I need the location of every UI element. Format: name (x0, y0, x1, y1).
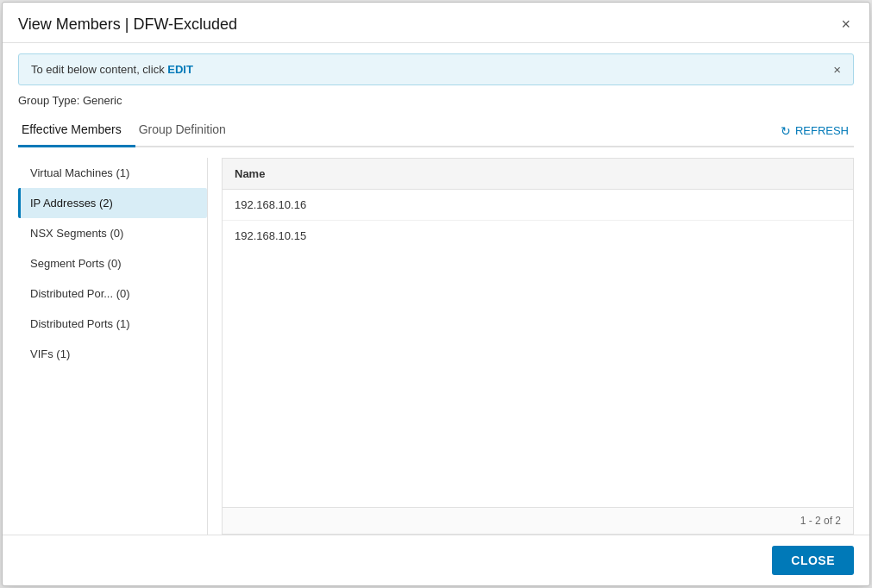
left-panel: Virtual Machines (1) IP Addresses (2) NS… (18, 158, 208, 535)
modal: View Members | DFW-Excluded × To edit be… (2, 2, 870, 586)
tab-effective-members[interactable]: Effective Members (18, 116, 135, 147)
modal-footer: CLOSE (3, 535, 869, 585)
left-item-virtual-machines[interactable]: Virtual Machines (1) (18, 158, 207, 188)
modal-header: View Members | DFW-Excluded × (3, 3, 869, 43)
right-panel: Name 192.168.10.16 192.168.10.15 (208, 158, 854, 535)
content-area: Virtual Machines (1) IP Addresses (2) NS… (18, 147, 854, 535)
group-type-label: Group Type: Generic (18, 94, 854, 107)
close-button[interactable]: CLOSE (772, 546, 854, 575)
left-item-segment-ports[interactable]: Segment Ports (0) (18, 248, 207, 278)
left-item-ip-addresses[interactable]: IP Addresses (2) (18, 188, 207, 218)
table-scroll[interactable]: Name 192.168.10.16 192.168.10.15 (223, 159, 853, 507)
table-header-row: Name (223, 159, 853, 190)
tabs-container: Effective Members Group Definition (18, 116, 240, 146)
column-header-name: Name (223, 159, 853, 190)
left-item-distributed-por-0[interactable]: Distributed Por... (0) (18, 278, 207, 309)
left-item-vifs[interactable]: VIFs (1) (18, 339, 207, 369)
table-pagination: 1 - 2 of 2 (223, 507, 853, 534)
table-cell-ip-2: 192.168.10.15 (223, 221, 853, 252)
table-cell-ip-1: 192.168.10.16 (223, 190, 853, 221)
banner-text: To edit below content, click EDIT (31, 63, 193, 76)
table-wrapper: Name 192.168.10.16 192.168.10.15 (222, 158, 854, 535)
left-item-nsx-segments[interactable]: NSX Segments (0) (18, 218, 207, 248)
refresh-button[interactable]: ↻ REFRESH (775, 121, 854, 141)
table-row: 192.168.10.15 (223, 221, 853, 252)
tab-group-definition[interactable]: Group Definition (135, 116, 240, 147)
modal-body: To edit below content, click EDIT × Grou… (3, 43, 869, 535)
modal-close-button[interactable]: × (837, 15, 854, 34)
left-item-distributed-ports[interactable]: Distributed Ports (1) (18, 309, 207, 339)
edit-link[interactable]: EDIT (167, 63, 193, 76)
table-row: 192.168.10.16 (223, 190, 853, 221)
refresh-icon: ↻ (781, 124, 791, 138)
info-banner: To edit below content, click EDIT × (18, 53, 854, 85)
modal-overlay: View Members | DFW-Excluded × To edit be… (0, 0, 872, 588)
modal-title: View Members | DFW-Excluded (18, 16, 237, 34)
banner-close-button[interactable]: × (833, 63, 841, 76)
tabs-row: Effective Members Group Definition ↻ REF… (18, 116, 854, 147)
data-table: Name 192.168.10.16 192.168.10.15 (223, 159, 853, 251)
